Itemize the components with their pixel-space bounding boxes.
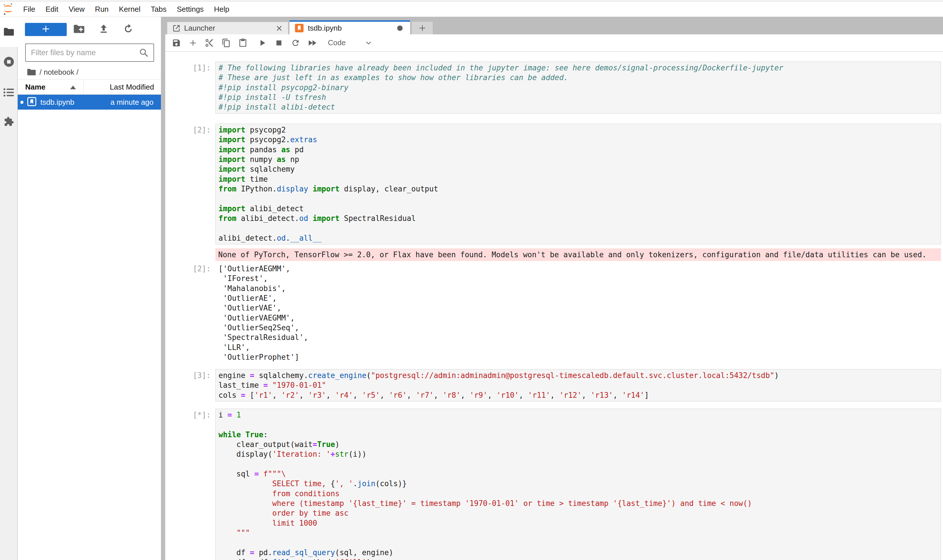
- code-line: [219, 420, 941, 429]
- tab-notebook[interactable]: tsdb.ipynb: [290, 20, 410, 34]
- cell-type-select[interactable]: Code: [328, 38, 346, 47]
- running-kernel-dot: [20, 101, 23, 104]
- cell-input-editor[interactable]: import psycopg2import psycopg2.extrasimp…: [215, 124, 941, 245]
- code-line: i = 1: [219, 410, 941, 420]
- upload-icon: [99, 24, 109, 35]
- filter-files-input[interactable]: Filter files by name: [25, 43, 154, 62]
- code-line: [219, 194, 941, 203]
- sidebar-tab-extensions[interactable]: [0, 107, 18, 137]
- file-row-selected[interactable]: tsdb.ipynb a minute ago: [18, 95, 161, 109]
- close-tab-icon[interactable]: [275, 25, 283, 32]
- code-line: """: [219, 528, 941, 538]
- tab-launcher[interactable]: Launcher: [167, 22, 289, 34]
- left-sidebar: [0, 17, 18, 560]
- jupyter-logo: [4, 3, 14, 15]
- sidebar-tab-table-of-contents[interactable]: [0, 78, 18, 108]
- cell-prompt: [171, 248, 215, 250]
- menu-tabs[interactable]: Tabs: [145, 2, 171, 17]
- code-line: # These are just left in as examples to …: [219, 73, 941, 82]
- dock-tab-bar: Launcher tsdb.ipynb: [165, 17, 943, 34]
- breadcrumb-path: / notebook /: [40, 68, 79, 77]
- code-line: df = pd.read_sql_query(sql, engine): [219, 548, 941, 557]
- sidebar-tab-file-browser[interactable]: [0, 17, 18, 48]
- execute-result-output: ['OutlierAEGMM', 'IForest', 'Mahalanobis…: [215, 264, 941, 362]
- output-row: [2]:['OutlierAEGMM', 'IForest', 'Mahalan…: [171, 264, 941, 362]
- code-line: [219, 538, 941, 548]
- column-header-last-modified[interactable]: Last Modified: [110, 80, 154, 94]
- panel-splitter[interactable]: [161, 17, 165, 560]
- file-list-header: Name Last Modified: [18, 79, 161, 95]
- paste-cells-button[interactable]: [238, 38, 248, 48]
- plus-icon: [41, 24, 51, 35]
- menu-file[interactable]: File: [18, 2, 40, 17]
- code-cell: [2]:import psycopg2import psycopg2.extra…: [171, 124, 941, 245]
- menu-help[interactable]: Help: [209, 2, 234, 17]
- menu-edit[interactable]: Edit: [40, 2, 63, 17]
- menu-kernel[interactable]: Kernel: [114, 2, 145, 17]
- search-icon: [139, 48, 149, 58]
- cell-input-editor[interactable]: i = 1while True: clear_output(wait=True)…: [215, 409, 941, 560]
- code-line: #!pip install -U tsfresh: [219, 92, 941, 102]
- code-line: [219, 459, 941, 469]
- code-line: where (timestamp '{last_time}' = timesta…: [219, 498, 941, 508]
- menu-view[interactable]: View: [63, 2, 90, 17]
- sort-ascending-caret-icon: [70, 86, 76, 89]
- unsaved-changes-dot[interactable]: [397, 25, 403, 31]
- copy-cells-button[interactable]: [221, 38, 231, 48]
- breadcrumb[interactable]: / notebook /: [18, 65, 79, 79]
- code-line: #!pip install psycopg2-binary: [219, 83, 941, 92]
- new-folder-icon: [73, 24, 85, 35]
- upload-button[interactable]: [97, 23, 110, 35]
- new-launcher-button[interactable]: [25, 23, 67, 36]
- restart-run-all-button[interactable]: [307, 38, 317, 48]
- menu-run[interactable]: Run: [90, 2, 114, 17]
- code-line: from IPython.display import display, cle…: [219, 184, 941, 194]
- restart-kernel-button[interactable]: [291, 38, 300, 48]
- sidebar-tab-running[interactable]: [0, 47, 18, 78]
- notebook-toolbar: Code: [165, 34, 943, 52]
- plus-icon: [418, 24, 427, 32]
- chevron-down-icon[interactable]: [365, 39, 372, 47]
- stop-circle-icon: [3, 56, 14, 68]
- save-button[interactable]: [171, 38, 181, 48]
- cut-cells-button[interactable]: [205, 38, 215, 48]
- file-name: tsdb.ipynb: [40, 98, 111, 107]
- new-tab-button[interactable]: [412, 22, 433, 34]
- code-line: import numpy as np: [219, 154, 941, 164]
- code-line: order by time asc: [219, 508, 941, 518]
- stop-kernel-button[interactable]: [274, 38, 284, 48]
- stderr-warning-output: None of PyTorch, TensorFlow >= 2.0, or F…: [215, 248, 941, 261]
- code-line: from conditions: [219, 489, 941, 498]
- refresh-icon: [123, 24, 133, 35]
- jupyterlab-window: FileEditViewRunKernelTabsSettingsHelp: [0, 0, 943, 560]
- notebook-file-icon: [27, 97, 37, 108]
- add-cell-button[interactable]: [188, 38, 198, 48]
- code-line: SELECT time, {', '.join(cols)}: [219, 479, 941, 488]
- code-cell: [3]:engine = sqlalchemy.create_engine("p…: [171, 369, 941, 402]
- new-folder-button[interactable]: [73, 23, 85, 35]
- puzzle-icon: [4, 117, 14, 128]
- code-line: limit 1000: [219, 518, 941, 528]
- code-line: display('Iteration: '+str(i)): [219, 449, 941, 459]
- code-line: import psycopg2.extras: [219, 135, 941, 145]
- menu-items: FileEditViewRunKernelTabsSettingsHelp: [18, 2, 235, 17]
- menu-bar: FileEditViewRunKernelTabsSettingsHelp: [0, 2, 943, 17]
- code-line: alibi_detect.od.__all__: [219, 233, 941, 243]
- launcher-icon: [172, 24, 181, 32]
- cell-prompt: [2]:: [171, 124, 215, 135]
- code-line: engine = sqlalchemy.create_engine("postg…: [219, 371, 941, 380]
- cell-prompt: [2]:: [171, 264, 215, 274]
- file-modified: a minute ago: [111, 98, 153, 107]
- code-cell: [*]:i = 1while True: clear_output(wait=T…: [171, 409, 941, 560]
- run-cell-button[interactable]: [258, 38, 267, 48]
- menu-settings[interactable]: Settings: [171, 2, 209, 17]
- cell-prompt: [3]:: [171, 369, 215, 380]
- code-cell: [1]:# The following libraries have alrea…: [171, 62, 941, 114]
- refresh-button[interactable]: [122, 23, 134, 35]
- cell-input-editor[interactable]: engine = sqlalchemy.create_engine("postg…: [215, 369, 941, 402]
- folder-icon: [3, 28, 14, 37]
- column-header-name[interactable]: Name: [25, 80, 46, 94]
- cell-input-editor[interactable]: # The following libraries have already b…: [215, 62, 941, 114]
- code-line: #!pip install alibi-detect: [219, 102, 941, 112]
- home-folder-icon: [27, 68, 36, 76]
